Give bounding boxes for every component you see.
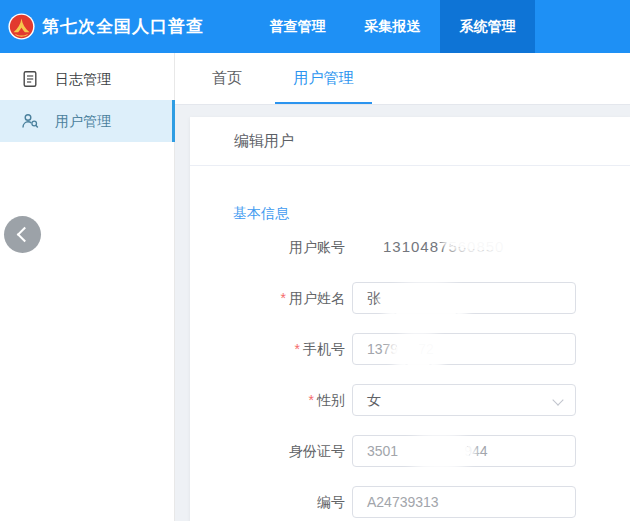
sidebar-item-log-management[interactable]: 日志管理	[0, 58, 175, 100]
serial-input[interactable]: A24739313	[352, 486, 576, 518]
sidebar: 日志管理 用户管理	[0, 53, 175, 521]
census-logo-icon	[8, 13, 35, 40]
sidebar-item-label: 日志管理	[55, 58, 111, 100]
app-title: 第七次全国人口普查	[42, 0, 204, 53]
chevron-down-icon	[552, 394, 563, 405]
nav-item-collection-reporting[interactable]: 采集报送	[350, 0, 435, 53]
redaction-smudge	[395, 338, 442, 366]
account-label: 用户账号	[190, 237, 345, 257]
app-window: 第七次全国人口普查 普查管理 采集报送 系统管理 日志管理 用户管理	[0, 0, 630, 521]
app-header: 第七次全国人口普查 普查管理 采集报送 系统管理	[0, 0, 630, 53]
gender-select[interactable]: 女	[352, 384, 576, 416]
sidebar-item-user-management[interactable]: 用户管理	[0, 100, 175, 142]
id-card-label: 身份证号	[190, 435, 345, 467]
required-marker: *	[309, 392, 314, 408]
nav-item-system-management[interactable]: 系统管理	[440, 0, 535, 53]
chevron-left-icon	[17, 227, 33, 243]
edit-user-card: 编辑用户 基本信息 用户账号 1310487560850 *用户姓名 张 *手机…	[190, 117, 630, 521]
name-label: *用户姓名	[190, 282, 345, 314]
serial-label: 编号	[190, 486, 345, 518]
nav-item-census-management[interactable]: 普查管理	[255, 0, 340, 53]
section-title-basic-info: 基本信息	[233, 205, 289, 223]
gender-label: *性别	[190, 384, 345, 416]
redaction-smudge	[408, 440, 470, 464]
redaction-smudge	[386, 288, 466, 318]
tab-home[interactable]: 首页	[197, 53, 257, 102]
content-area: 编辑用户 基本信息 用户账号 1310487560850 *用户姓名 张 *手机…	[175, 105, 630, 521]
required-marker: *	[295, 341, 300, 357]
card-title: 编辑用户	[190, 117, 630, 166]
required-marker: *	[281, 290, 286, 306]
sidebar-item-label: 用户管理	[55, 100, 111, 142]
log-document-icon	[21, 70, 39, 88]
user-settings-icon	[21, 112, 39, 130]
tab-bar: 首页 用户管理	[175, 53, 630, 105]
phone-input[interactable]: 137972	[352, 333, 576, 365]
tab-user-management[interactable]: 用户管理	[275, 53, 372, 104]
phone-label: *手机号	[190, 333, 345, 365]
redaction-smudge	[448, 231, 560, 251]
sidebar-collapse-button[interactable]	[4, 216, 41, 253]
